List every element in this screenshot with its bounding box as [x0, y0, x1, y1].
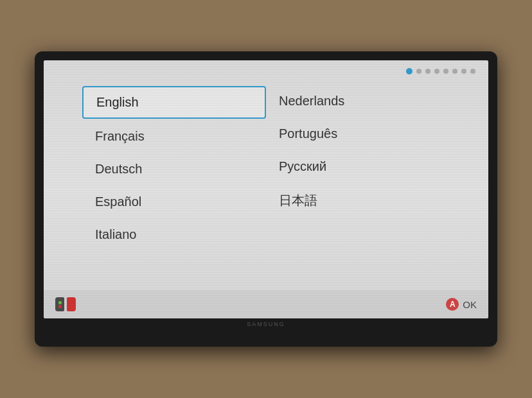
bottom-bar: A OK [44, 290, 488, 318]
language-item-espanol[interactable]: Español [82, 187, 266, 217]
tv-brand-label: SAMSUNG [247, 321, 285, 327]
language-item-nederlands[interactable]: Nederlands [266, 86, 450, 116]
a-button-icon: A [446, 298, 459, 311]
ok-label: OK [463, 299, 477, 310]
screen-content: English Français Deutsch Español Italian… [44, 60, 488, 318]
dot-2 [416, 69, 421, 74]
language-item-japanese[interactable]: 日本語 [266, 184, 450, 217]
nintendo-switch-logo [55, 297, 76, 311]
dot-8 [470, 69, 475, 74]
language-item-italiano[interactable]: Italiano [82, 220, 266, 250]
left-language-column: English Français Deutsch Español Italian… [82, 86, 266, 252]
language-item-francais[interactable]: Français [82, 121, 266, 151]
dot-4 [434, 69, 439, 74]
language-item-portugues[interactable]: Português [266, 119, 450, 149]
dot-3 [425, 69, 430, 74]
dot-6 [452, 69, 457, 74]
ok-button-area[interactable]: A OK [446, 298, 477, 311]
language-list: English Français Deutsch Español Italian… [44, 60, 488, 318]
joy-btn-red [58, 305, 62, 308]
joy-con-right-icon [67, 297, 76, 311]
dot-5 [443, 69, 448, 74]
joy-btn-green [58, 301, 62, 304]
joy-con-left-icon [55, 297, 64, 311]
pagination-dots [406, 68, 475, 74]
right-language-column: Nederlands Português Русский 日本語 [266, 86, 450, 220]
language-item-deutsch[interactable]: Deutsch [82, 154, 266, 184]
dot-1 [406, 68, 412, 74]
language-item-english[interactable]: English [82, 86, 266, 119]
tv-frame: English Français Deutsch Español Italian… [35, 51, 497, 347]
language-item-russian[interactable]: Русский [266, 151, 450, 182]
tv-screen: English Français Deutsch Español Italian… [44, 60, 488, 318]
dot-7 [461, 69, 466, 74]
